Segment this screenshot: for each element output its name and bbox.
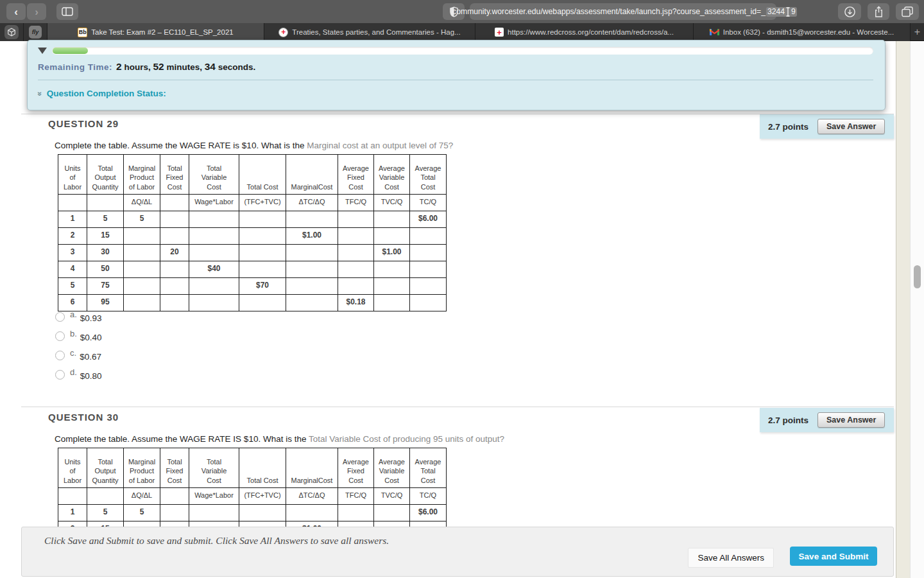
table-cell (239, 228, 286, 245)
footer-instructions: Click Save and Submit to save and submit… (44, 535, 389, 547)
table-formula-cell: ΔTC/ΔQ (286, 488, 338, 505)
tab-title: https://www.redcross.org/content/dam/red… (508, 28, 674, 36)
tab-title: Inbox (632) - dsmith15@worcester.edu - W… (723, 28, 894, 36)
radio-button[interactable] (55, 312, 65, 322)
table-cell (410, 261, 447, 278)
vertical-scrollbar[interactable] (910, 41, 924, 578)
q29-points: 2.7 points (768, 122, 809, 132)
save-all-answers-button[interactable]: Save All Answers (688, 548, 774, 568)
back-icon: ‹ (14, 6, 18, 17)
table-cell (189, 211, 239, 228)
table-header-cell: Marginal Product of Labor (124, 448, 160, 488)
q29-cost-table: Units of LaborTotal Output QuantityMargi… (58, 154, 447, 311)
tab-redcross[interactable]: +https://www.redcross.org/content/dam/re… (475, 23, 694, 41)
chevron-double-down-icon: » (35, 91, 44, 96)
answer-option-a[interactable]: a.$0.93 (55, 307, 102, 326)
answer-option-b[interactable]: b.$0.40 (55, 326, 102, 346)
table-cell (374, 505, 410, 521)
table-cell (124, 261, 160, 278)
q29-save-answer-button[interactable]: Save Answer (817, 119, 885, 134)
new-tab-button[interactable]: + (911, 23, 924, 40)
table-formula-cell (58, 488, 87, 505)
table-row: 450$40 (58, 261, 447, 278)
save-and-submit-button[interactable]: Save and Submit (790, 547, 877, 566)
table-cell (189, 295, 239, 311)
sidebar-icon (62, 7, 73, 16)
table-cell (189, 505, 239, 521)
table-cell (374, 228, 410, 245)
table-cell: 4 (58, 261, 87, 278)
blackboard-icon: Bb (78, 28, 87, 37)
table-formula-cell (160, 195, 189, 211)
table-cell (124, 245, 160, 261)
radio-button[interactable] (55, 331, 65, 341)
table-cell (124, 295, 160, 311)
table-cell (124, 228, 160, 245)
tab-take-test[interactable]: BbTake Test: Exam #2 – EC110_EL_SP_2021 (47, 23, 264, 41)
back-button[interactable]: ‹ (6, 3, 26, 20)
download-icon (844, 6, 856, 18)
table-header-cell: Average Total Cost (410, 448, 447, 488)
tabs-overview-icon (902, 6, 913, 17)
share-button[interactable] (868, 3, 889, 20)
tab-inbox[interactable]: Inbox (632) - dsmith15@worcester.edu - W… (694, 23, 911, 41)
table-header-cell: Total Variable Cost (189, 448, 239, 488)
table-cell (410, 295, 447, 311)
url-bar[interactable]: community.worcester.edu/webapps/assessme… (470, 3, 776, 20)
red-cross-icon: + (495, 28, 504, 37)
table-cell (160, 278, 189, 295)
table-cell (239, 211, 286, 228)
tab-pinned-cube[interactable] (0, 23, 24, 41)
downloads-button[interactable] (838, 3, 861, 20)
table-cell (410, 228, 447, 245)
timer-divider (38, 80, 873, 80)
table-formula-cell: Wage*Labor (189, 195, 239, 211)
table-cell (160, 228, 189, 245)
answer-option-c[interactable]: c.$0.67 (55, 346, 102, 365)
table-header-cell: Total Output Quantity (87, 448, 124, 488)
tab-overview-button[interactable] (896, 3, 919, 20)
q30-save-answer-button[interactable]: Save Answer (817, 412, 885, 428)
table-formula-cell: TVC/Q (374, 488, 410, 505)
cost-table: Units of LaborTotal Output QuantityMargi… (58, 154, 447, 311)
table-row: 215$1.00 (58, 228, 447, 245)
collapse-triangle-icon[interactable] (38, 48, 47, 54)
cube-icon (4, 25, 19, 39)
table-cell: 1 (58, 211, 87, 228)
table-cell (338, 278, 374, 295)
sidebar-toggle-button[interactable] (56, 3, 78, 20)
table-cell (189, 278, 239, 295)
tab-treaties[interactable]: +Treaties, States parties, and Commentar… (264, 23, 475, 41)
table-formula-cell: (TFC+TVC) (239, 195, 286, 211)
q29-points-box: 2.7 points Save Answer (760, 114, 894, 139)
radio-button[interactable] (55, 370, 65, 380)
tab-title: Treaties, States parties, and Commentari… (292, 28, 460, 36)
q29-title: QUESTION 29 (48, 118, 119, 129)
cost-table: Units of LaborTotal Output QuantityMargi… (58, 448, 447, 538)
table-header-cell: Total Variable Cost (189, 155, 239, 195)
table-cell (189, 228, 239, 245)
table-cell: 2 (58, 228, 87, 245)
table-cell: 5 (87, 211, 124, 228)
table-header-cell: Average Fixed Cost (338, 155, 374, 195)
table-cell (286, 245, 338, 261)
table-formula-cell (160, 488, 189, 505)
table-formula-cell: (TFC+TVC) (239, 488, 286, 505)
table-cell (239, 295, 286, 311)
table-cell (374, 295, 410, 311)
radio-button[interactable] (55, 351, 65, 360)
table-formula-cell: TC/Q (410, 488, 447, 505)
table-cell (338, 245, 374, 261)
forward-button[interactable]: › (27, 3, 46, 20)
table-cell: 20 (160, 245, 189, 261)
table-cell: $6.00 (410, 505, 447, 521)
question-completion-status-link[interactable]: Question Completion Status: (47, 89, 166, 98)
tab-title: Take Test: Exam #2 – EC110_EL_SP_2021 (91, 28, 233, 36)
scrollbar-thumb[interactable] (914, 265, 921, 288)
table-header-cell: Total Fixed Cost (160, 448, 189, 488)
table-cell (338, 505, 374, 521)
table-formula-cell: TFC/Q (338, 488, 374, 505)
answer-option-d[interactable]: d.$0.80 (55, 365, 102, 384)
remaining-time-label: Remaining Time: (38, 62, 112, 72)
tab-pinned-fly[interactable]: fly (24, 23, 47, 41)
